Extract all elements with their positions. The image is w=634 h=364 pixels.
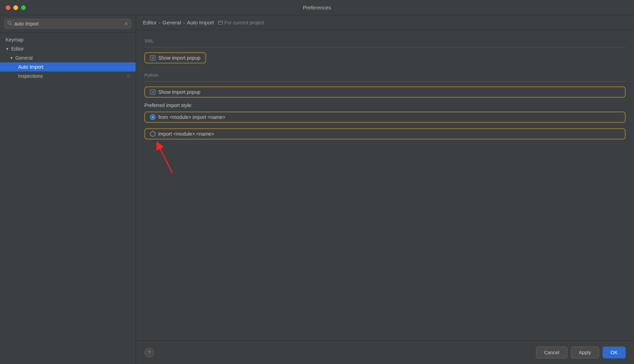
sidebar-item-label: Inspections — [18, 73, 43, 79]
python-section: Python Show import popup Preferred impor… — [144, 73, 626, 145]
red-arrow-annotation — [151, 135, 193, 176]
minimize-button[interactable] — [13, 5, 18, 10]
project-label: For current project — [224, 20, 264, 25]
breadcrumb-project: For current project — [218, 20, 264, 25]
help-button[interactable]: ? — [144, 348, 154, 357]
search-input[interactable] — [14, 21, 122, 26]
svg-line-5 — [158, 145, 172, 173]
maximize-button[interactable] — [21, 5, 26, 10]
python-show-import-popup-label: Show import popup — [158, 89, 201, 95]
search-clear-icon[interactable]: ✕ — [124, 21, 128, 26]
nav-tree: Keymap ▼ Editor ▼ General Auto Import In… — [0, 32, 136, 364]
radio-options: from <module> import <name> import <modu… — [144, 112, 626, 145]
radio-circle-1[interactable] — [150, 114, 156, 120]
search-icon — [7, 21, 12, 27]
xml-section-label: XML — [144, 38, 626, 44]
search-box[interactable]: ✕ — [4, 19, 131, 29]
sidebar-item-label: Auto Import — [18, 64, 43, 70]
radio-circle-2[interactable] — [150, 131, 156, 137]
title-bar: Preferences — [0, 0, 634, 15]
bottom-bar: ? Cancel Apply OK — [136, 340, 634, 364]
python-show-import-popup-checkbox[interactable] — [150, 89, 156, 95]
breadcrumb-sep-2: › — [183, 20, 185, 25]
copy-icon: ⧉ — [127, 74, 130, 78]
xml-show-import-popup-label: Show import popup — [158, 55, 201, 61]
breadcrumb-general: General — [163, 20, 181, 25]
search-container: ✕ — [0, 15, 136, 32]
main-layout: ✕ Keymap ▼ Editor ▼ General Auto Import — [0, 15, 634, 364]
sidebar-item-general[interactable]: ▼ General — [0, 53, 136, 62]
sidebar-item-auto-import[interactable]: Auto Import — [0, 62, 136, 71]
close-button[interactable] — [6, 5, 10, 10]
help-icon: ? — [148, 350, 150, 355]
preferred-import-style-label: Preferred import style: — [144, 103, 626, 108]
breadcrumb-sep-1: › — [159, 20, 160, 25]
settings-content: XML Show import popup Python Show import… — [136, 30, 634, 340]
window-title: Preferences — [303, 5, 331, 10]
window-controls — [6, 5, 26, 10]
arrow-icon: ▼ — [6, 47, 9, 51]
sidebar: ✕ Keymap ▼ Editor ▼ General Auto Import — [0, 15, 136, 364]
project-icon — [218, 20, 223, 25]
content-area: Editor › General › Auto Import For curre… — [136, 15, 634, 364]
breadcrumb-auto-import: Auto Import — [187, 20, 214, 25]
xml-divider — [144, 47, 626, 47]
cancel-button[interactable]: Cancel — [536, 347, 567, 358]
sidebar-item-label: Editor — [11, 46, 24, 52]
sidebar-item-label: General — [15, 55, 33, 61]
python-show-import-popup-option[interactable]: Show import popup — [144, 86, 626, 98]
ok-button[interactable]: OK — [603, 347, 626, 358]
python-divider — [144, 81, 626, 82]
radio-option-from-module[interactable]: from <module> import <name> — [144, 112, 626, 123]
sidebar-item-label: Keymap — [6, 37, 23, 43]
python-section-label: Python — [144, 73, 626, 78]
svg-line-1 — [11, 24, 12, 25]
sidebar-item-editor[interactable]: ▼ Editor — [0, 44, 136, 53]
xml-show-import-popup-checkbox[interactable] — [150, 55, 156, 61]
arrow-icon: ▼ — [10, 56, 13, 60]
bottom-actions: Cancel Apply OK — [536, 347, 626, 358]
sidebar-item-keymap[interactable]: Keymap — [0, 35, 136, 44]
breadcrumb-editor: Editor — [143, 20, 157, 25]
breadcrumb: Editor › General › Auto Import For curre… — [136, 15, 634, 30]
xml-section: XML Show import popup — [144, 38, 626, 67]
python-options: Show import popup — [144, 86, 626, 101]
sidebar-item-inspections[interactable]: Inspections ⧉ — [0, 71, 136, 81]
radio-label-1: from <module> import <name> — [158, 114, 225, 120]
radio-option-import-module[interactable]: import <module>.<name> — [144, 128, 626, 139]
radio-label-2: import <module>.<name> — [158, 131, 214, 137]
apply-button[interactable]: Apply — [571, 347, 599, 358]
svg-rect-2 — [218, 21, 222, 24]
xml-show-import-popup-option[interactable]: Show import popup — [144, 52, 206, 63]
